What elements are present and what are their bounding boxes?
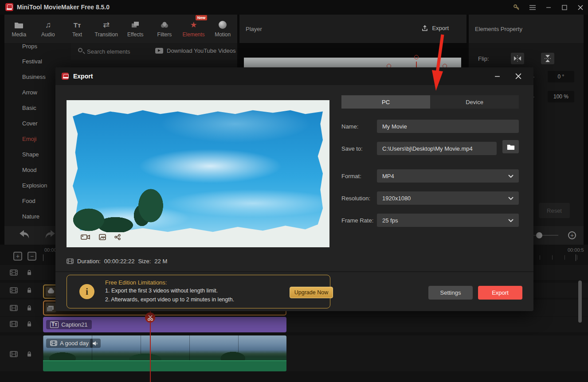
sidebar-item-arrow[interactable]: Arrow xyxy=(22,89,37,97)
toolbar-transition[interactable]: ⇄ Transition xyxy=(92,15,121,43)
toolbar-media[interactable]: Media xyxy=(4,15,34,43)
caption-text-icon: Tт xyxy=(50,321,59,328)
toolbar-elements[interactable]: New ★ Elements xyxy=(179,15,208,43)
export-dialog: Export Duration: 00:00:22:22 Size: 22 M … xyxy=(55,67,533,311)
toolbar-filters[interactable]: Filters xyxy=(150,15,179,43)
save-path-field[interactable] xyxy=(377,142,497,155)
sidebar-item-business[interactable]: Business xyxy=(22,74,46,82)
remove-track-icon[interactable]: − xyxy=(27,252,36,261)
redo-button[interactable] xyxy=(44,230,56,241)
flip-horizontal-icon xyxy=(513,55,522,62)
app-title: MiniTool MovieMaker Free 8.5.0 xyxy=(17,4,110,11)
dialog-title: Export xyxy=(73,73,93,80)
menu-icon[interactable] xyxy=(527,2,538,13)
reset-button[interactable]: Reset xyxy=(539,203,570,218)
download-youtube-button[interactable]: Download YouTube Videos xyxy=(155,47,235,54)
settings-button[interactable]: Settings xyxy=(428,286,473,300)
sidebar-item-food[interactable]: Food xyxy=(22,198,35,206)
track-type-icon xyxy=(10,305,18,313)
handle-stem xyxy=(416,62,417,68)
search-input[interactable] xyxy=(87,47,145,56)
name-field[interactable] xyxy=(377,120,519,133)
toolbar-audio[interactable]: ♫ Audio xyxy=(34,15,63,43)
rotation-value[interactable]: 0 ° xyxy=(548,71,574,82)
sidebar-item-basic[interactable]: Basic xyxy=(22,105,36,113)
scale-value[interactable]: 100 % xyxy=(548,91,574,102)
export-dialog-header[interactable]: Export xyxy=(55,67,533,85)
minimize-icon[interactable] xyxy=(543,2,554,13)
track-type-icon xyxy=(10,321,18,329)
flip-vertical-button[interactable] xyxy=(541,53,554,64)
lock-icon[interactable] xyxy=(27,321,32,329)
undo-button[interactable] xyxy=(19,230,30,241)
rotation-handle[interactable] xyxy=(414,55,419,59)
sidebar-item-props[interactable]: Props xyxy=(22,43,37,51)
resolution-dropdown[interactable]: 1920x1080 xyxy=(377,191,519,205)
video-clip[interactable]: A good day xyxy=(43,335,286,371)
export-preview xyxy=(67,100,329,247)
add-track-icon[interactable]: + xyxy=(13,252,22,261)
dialog-close-icon[interactable] xyxy=(512,71,525,82)
framerate-value: 25 fps xyxy=(382,217,398,224)
flip-vertical-icon xyxy=(545,54,551,63)
flip-horizontal-button[interactable] xyxy=(511,53,524,64)
sidebar-item-cover[interactable]: Cover xyxy=(22,120,38,128)
search-icon xyxy=(78,48,82,52)
sidebar-item-nature[interactable]: Nature xyxy=(22,213,39,221)
timeline-zoom-slider-handle[interactable] xyxy=(536,232,542,238)
toolbar-text[interactable]: Tт Text xyxy=(63,15,92,43)
star-icon: ★ xyxy=(190,20,197,30)
cloud-element-icon xyxy=(46,287,56,296)
export-target-tabs: PC Device xyxy=(341,95,519,109)
maximize-icon[interactable] xyxy=(559,2,570,13)
framerate-dropdown[interactable]: 25 fps xyxy=(377,214,519,227)
caption-clip[interactable]: Tт Caption21 xyxy=(43,317,286,332)
folder-icon xyxy=(507,144,515,150)
properties-title: Elements Property xyxy=(475,26,522,32)
timeline-scrollbar[interactable] xyxy=(578,281,582,323)
toolbar-elements-label: Elements xyxy=(183,31,205,38)
dialog-minimize-icon[interactable] xyxy=(491,71,503,82)
close-icon[interactable] xyxy=(575,2,586,13)
sidebar-item-shape[interactable]: Shape xyxy=(22,151,39,159)
chevron-down-icon xyxy=(508,197,514,200)
key-icon[interactable] xyxy=(511,2,522,13)
format-value: MP4 xyxy=(382,173,394,179)
browse-folder-button[interactable] xyxy=(502,140,519,153)
layers-element-icon xyxy=(46,303,56,312)
toolbar-effects[interactable]: Effects xyxy=(121,15,150,43)
tab-device[interactable]: Device xyxy=(430,95,519,109)
info-icon: i xyxy=(79,284,94,299)
timeline-zoom-slider-track[interactable] xyxy=(531,235,558,236)
export-button[interactable]: Export xyxy=(478,286,522,300)
upgrade-now-button[interactable]: Upgrade Now xyxy=(290,287,333,298)
preview-trees xyxy=(71,184,195,232)
video-waveform-band xyxy=(43,360,286,371)
tab-pc[interactable]: PC xyxy=(341,95,430,109)
image-icon xyxy=(99,234,106,240)
transition-arrows-icon: ⇄ xyxy=(103,20,110,30)
timeline-zoom-in-icon[interactable]: + xyxy=(568,231,576,239)
sidebar-item-explosion[interactable]: Explosion xyxy=(22,182,47,190)
sidebar-item-emoji[interactable]: Emoji xyxy=(22,136,37,144)
redo-icon xyxy=(44,230,56,239)
sidebar-item-festival[interactable]: Festival xyxy=(22,58,42,66)
playhead-scissors[interactable] xyxy=(145,312,155,323)
app-logo-icon xyxy=(5,3,13,11)
toolbar-motion[interactable]: Motion xyxy=(208,15,237,43)
size-label: Size: xyxy=(138,258,151,265)
download-youtube-label: Download YouTube Videos xyxy=(167,47,235,54)
track-type-icon xyxy=(10,287,18,295)
sidebar-item-mood[interactable]: Mood xyxy=(22,167,37,175)
video-camera-icon xyxy=(81,234,90,240)
lock-icon[interactable] xyxy=(27,269,32,277)
undo-icon xyxy=(19,230,30,239)
lock-icon[interactable] xyxy=(27,351,32,359)
format-dropdown[interactable]: MP4 xyxy=(377,169,519,183)
film-icon xyxy=(67,258,74,264)
lock-icon[interactable] xyxy=(27,305,32,313)
audio-toggle[interactable] xyxy=(90,339,101,348)
track-type-icon xyxy=(10,351,18,359)
player-export-button[interactable]: Export xyxy=(421,24,449,31)
lock-icon[interactable] xyxy=(27,287,32,295)
